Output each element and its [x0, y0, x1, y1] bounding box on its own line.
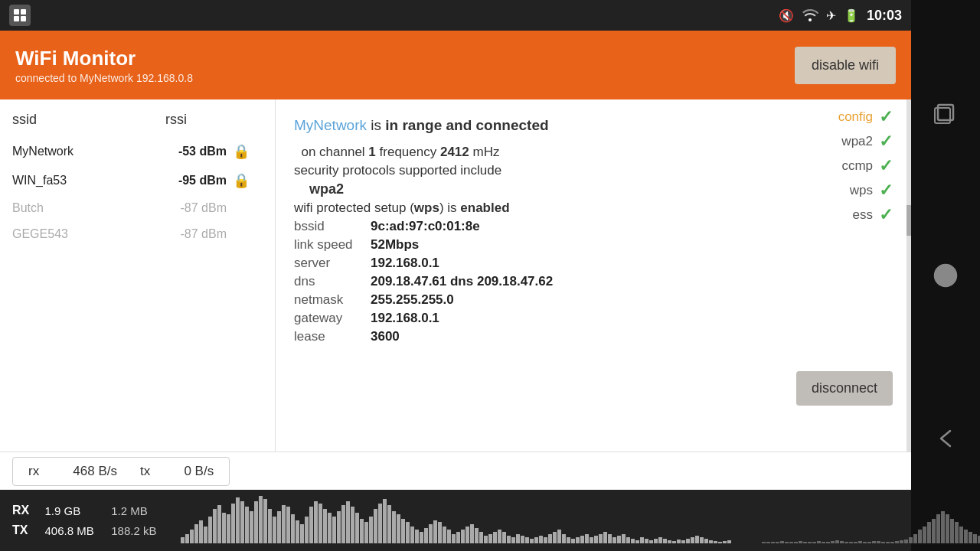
network-rssi: -53 dBm [165, 145, 227, 158]
graph-bar [374, 509, 377, 543]
detail-header: MyNetwork is in range and connected [294, 115, 792, 137]
graph-bar [645, 539, 648, 543]
graph-bar [635, 540, 639, 543]
graph-bar [213, 509, 217, 543]
graph-bar [603, 532, 607, 543]
graph-bar [789, 542, 793, 543]
network-rssi: -87 dBm [165, 227, 227, 241]
graph-bar [273, 517, 276, 543]
graph-bar [475, 528, 479, 543]
graph-bar [410, 527, 414, 543]
gateway-row: gateway 192.168.0.1 [294, 311, 792, 326]
graph-bar [594, 536, 598, 543]
list-item[interactable]: MyNetwork -53 dBm 🔒 [0, 137, 275, 166]
graph-bar [360, 519, 364, 543]
rx-rate: 1.2 MB [111, 504, 165, 517]
graph-bar [849, 542, 853, 543]
graph-bar [254, 501, 258, 543]
graph-bar [484, 536, 488, 543]
ess-check-icon: ✓ [879, 205, 893, 225]
graph-bar [521, 536, 524, 543]
graph-bar [571, 539, 575, 543]
rssi-column-header: rssi [165, 112, 257, 128]
protocol-row-wps: wps ✓ [835, 181, 893, 201]
graph-bar [502, 532, 506, 543]
lease-row: lease 3600 [294, 329, 792, 344]
graph-bar [424, 528, 428, 543]
link-speed-row: link speed 52Mbps [294, 237, 792, 253]
list-item[interactable]: Butch -87 dBm [0, 195, 275, 221]
disable-wifi-button[interactable]: disable wifi [795, 47, 896, 84]
svg-point-6 [935, 265, 956, 286]
server-row: server 192.168.0.1 [294, 256, 792, 271]
graph-bar [936, 514, 940, 543]
list-item[interactable]: GEGE543 -87 dBm [0, 221, 275, 247]
config-link[interactable]: config [838, 109, 873, 125]
tx-traffic-row: TX 406.8 MB 188.2 kB [12, 523, 165, 537]
home-button[interactable] [926, 256, 965, 295]
graph-bar [227, 514, 230, 543]
tx-graph [762, 497, 980, 543]
graph-bar [950, 519, 954, 543]
graph-bar [318, 504, 322, 543]
graph-bar [488, 534, 492, 543]
graph-bar [803, 542, 807, 543]
network-rssi: -95 dBm [165, 174, 227, 187]
graph-bar [493, 532, 497, 543]
graph-bar [548, 534, 552, 543]
traffic-labels: RX 1.9 GB 1.2 MB TX 406.8 MB 188.2 kB [12, 504, 165, 537]
speed-display: rx 468 B/s tx 0 B/s [12, 457, 230, 486]
graph-bar [658, 537, 662, 543]
graph-bar [245, 507, 249, 543]
app-icon [9, 5, 31, 26]
graph-bar [927, 522, 931, 543]
graph-bar [723, 541, 727, 543]
stats-bar: rx 468 B/s tx 0 B/s [0, 452, 911, 490]
status-bold: in range and connected [385, 117, 548, 133]
scroll-indicator[interactable] [906, 99, 911, 452]
graph-bar [479, 532, 483, 543]
graph-bar [194, 524, 198, 543]
toolbar: WiFi Monitor connected to MyNetwork 192.… [0, 31, 911, 99]
battery-icon: 🔋 [844, 8, 859, 23]
graph-bar [622, 534, 626, 543]
graph-bar [826, 542, 830, 543]
network-rssi: -87 dBm [165, 201, 227, 215]
wpa2-check-icon: ✓ [879, 132, 893, 152]
graph-bar [923, 527, 926, 543]
graph-bar [250, 511, 253, 543]
graph-bar [355, 513, 359, 543]
list-item[interactable]: WIN_fa53 -95 dBm 🔒 [0, 166, 275, 195]
lock-icon: 🔒 [233, 172, 250, 189]
graph-bar [900, 540, 903, 543]
bssid-value: 9c:ad:97:c0:01:8e [371, 219, 480, 234]
graph-bar [337, 511, 341, 543]
graph-bar [291, 514, 295, 543]
graph-bar [498, 530, 501, 543]
recent-apps-button[interactable] [926, 93, 965, 132]
graph-bar [222, 513, 226, 543]
traffic-area: RX 1.9 GB 1.2 MB TX 406.8 MB 188.2 kB [0, 490, 911, 551]
graph-bar [854, 542, 858, 543]
protocol-label-wps: wps [835, 183, 873, 198]
graph-bar [663, 539, 667, 543]
graph-bar [686, 539, 690, 543]
network-list: ssid rssi MyNetwork -53 dBm 🔒 WIN_fa53 -… [0, 99, 276, 452]
disconnect-button[interactable]: disconnect [796, 371, 893, 406]
graph-bar [766, 542, 770, 543]
graph-bar [314, 501, 318, 543]
graph-bar [640, 537, 644, 543]
graph-bar [668, 540, 671, 543]
graph-bar [429, 524, 433, 543]
dns-row: dns 209.18.47.61 dns 209.18.47.62 [294, 274, 792, 289]
network-details: config ✓ wpa2 ✓ ccmp ✓ wps ✓ ess ✓ [276, 99, 911, 452]
back-button[interactable] [926, 419, 965, 458]
graph-bar [727, 540, 731, 543]
graph-bar [890, 542, 894, 543]
protocol-row-ess: ess ✓ [835, 205, 893, 225]
network-ssid: GEGE543 [12, 227, 165, 241]
graph-bar [557, 530, 561, 543]
graph-bar [534, 537, 538, 543]
graph-bar [346, 501, 350, 543]
rx-type-label: RX [12, 504, 33, 517]
